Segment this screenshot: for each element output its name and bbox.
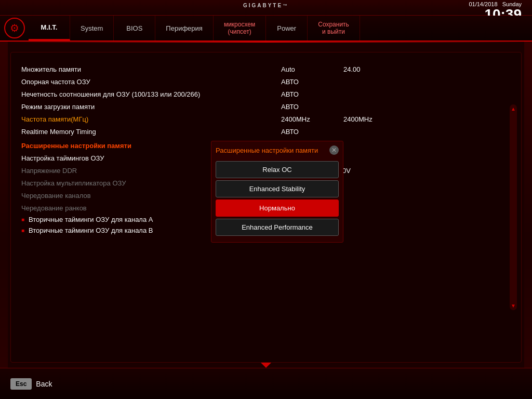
value-ratio: АВТО xyxy=(281,90,343,98)
value-realtime: АВТО xyxy=(281,128,343,136)
dropdown-popup: Расширенные настройки памяти ✕ Relax OC … xyxy=(211,141,343,243)
value-base-freq: АВТО xyxy=(281,78,343,86)
brand-title: GIGABYTE™ xyxy=(243,3,289,12)
back-label: Back xyxy=(36,380,52,388)
dropdown-close-button[interactable]: ✕ xyxy=(329,145,339,155)
nav-items: M.I.T. System BIOS Периферия микросхем(ч… xyxy=(29,16,532,41)
setting-row-realtime: Realtime Memory Timing АВТО xyxy=(21,125,511,138)
nav-item-system[interactable]: System xyxy=(70,16,114,41)
esc-button[interactable]: Esc xyxy=(10,378,32,390)
setting-row-boot-mode: Режим загрузки памяти АВТО xyxy=(21,100,511,113)
content-panel: Множитель памяти Auto 24.00 Опорная част… xyxy=(10,52,522,363)
bullet-icon-a: ■ xyxy=(21,217,24,222)
value-freq: 2400MHz xyxy=(281,115,343,123)
label-realtime: Realtime Memory Timing xyxy=(21,128,281,136)
nav-item-chipset[interactable]: микросхем(чипсет) xyxy=(214,16,266,41)
navbar: ⚙ M.I.T. System BIOS Периферия микросхем… xyxy=(0,16,532,42)
label-boot-mode: Режим загрузки памяти xyxy=(21,103,281,111)
gear-icon: ⚙ xyxy=(4,18,25,38)
setting-row-freq: Частота памяти(МГц) 2400MHz 2400MHz xyxy=(21,113,511,125)
setting-row-multiplier: Множитель памяти Auto 24.00 xyxy=(21,63,511,75)
value-boot-mode: АВТО xyxy=(281,103,343,111)
option-normal[interactable]: Нормально xyxy=(216,200,339,217)
scroll-bar[interactable]: ▲ ▼ xyxy=(510,104,517,310)
bullet-icon-b: ■ xyxy=(21,228,24,233)
value2-multiplier: 24.00 xyxy=(343,65,395,73)
label-freq: Частота памяти(МГц) xyxy=(21,115,281,123)
scroll-down-icon[interactable]: ▼ xyxy=(511,303,516,309)
nav-item-power[interactable]: Power xyxy=(266,16,308,41)
setting-row-base-freq: Опорная частота ОЗУ АВТО xyxy=(21,75,511,88)
label-base-freq: Опорная частота ОЗУ xyxy=(21,78,281,86)
label-multiplier: Множитель памяти xyxy=(21,65,281,73)
option-relax-oc[interactable]: Relax OC xyxy=(216,161,339,178)
bottom-triangle-decoration xyxy=(261,363,271,368)
header: GIGABYTE™ 01/14/2018 Sunday 10:39 xyxy=(0,0,532,16)
dropdown-title: Расширенные настройки памяти ✕ xyxy=(216,145,339,157)
value2-freq: 2400MHz xyxy=(343,115,395,123)
label-ratio: Нечетность соотношения для ОЗУ (100/133 … xyxy=(21,90,281,98)
option-enhanced-stability[interactable]: Enhanced Stability xyxy=(216,180,339,197)
value-multiplier: Auto xyxy=(281,65,343,73)
top-border xyxy=(0,42,532,43)
nav-item-periphery[interactable]: Периферия xyxy=(155,16,214,41)
main-content: Множитель памяти Auto 24.00 Опорная част… xyxy=(0,44,532,370)
nav-item-save[interactable]: Сохранитьи выйти xyxy=(308,16,360,41)
bullet-label-a: Вторичные тайминги ОЗУ для канала А xyxy=(29,216,153,223)
bullet-label-b: Вторичные тайминги ОЗУ для канала В xyxy=(29,227,153,234)
option-enhanced-performance[interactable]: Enhanced Performance xyxy=(216,219,339,236)
nav-item-bios[interactable]: BIOS xyxy=(114,16,155,41)
scroll-up-icon[interactable]: ▲ xyxy=(511,106,516,112)
nav-logo: ⚙ xyxy=(0,16,29,41)
setting-row-ratio: Нечетность соотношения для ОЗУ (100/133 … xyxy=(21,88,511,100)
footer: Esc Back xyxy=(0,368,532,399)
nav-item-mit[interactable]: M.I.T. xyxy=(29,16,70,41)
